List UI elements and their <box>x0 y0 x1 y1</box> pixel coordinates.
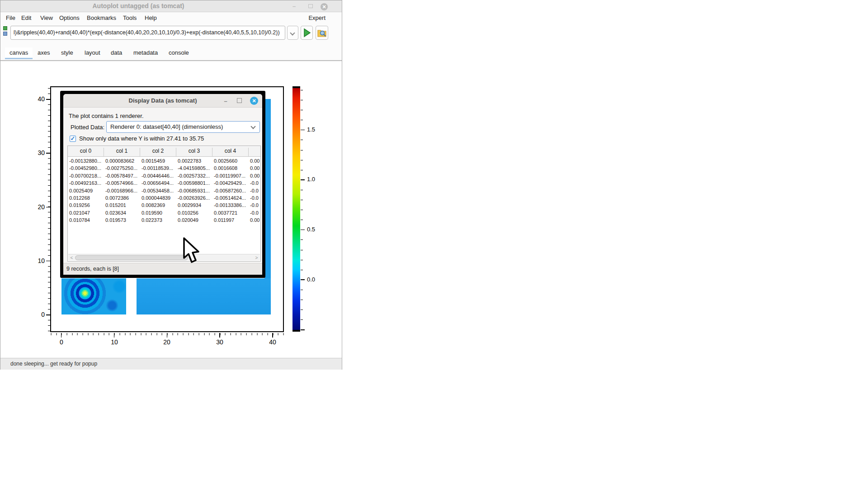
expert-mode-label[interactable]: Expert <box>308 14 326 21</box>
scroll-left-icon[interactable]: < <box>69 255 75 261</box>
colorbar-tick-label: 0.0 <box>307 276 322 283</box>
dialog-minimize-icon[interactable]: – <box>222 98 229 104</box>
filter-checkbox[interactable]: ✓ <box>70 136 76 142</box>
table-row[interactable]: -0.00492163... -0.00574966... -0.0065649… <box>68 179 260 187</box>
cell: 0.00 <box>249 158 260 164</box>
cell: -0.0 <box>249 180 260 186</box>
window-titlebar: Autoplot untagged (as tomcat) – ✕ <box>0 0 342 12</box>
menu-tools[interactable]: Tools <box>123 14 137 21</box>
x-tick-label: 40 <box>264 338 282 346</box>
tab-layout[interactable]: layout <box>80 47 105 58</box>
cell: -0.00492163... <box>68 180 103 186</box>
display-data-dialog: Display Data (as tomcat) – ✕ The plot co… <box>63 94 262 275</box>
window-title: Autoplot untagged (as tomcat) <box>0 2 276 9</box>
table-row[interactable]: 0.010784 0.019573 0.022373 0.020049 0.01… <box>68 216 260 224</box>
column-header[interactable]: col 3 <box>176 148 212 157</box>
column-header[interactable]: col 4 <box>212 148 249 157</box>
window-maximize-icon[interactable] <box>307 3 314 10</box>
cell: 0.0022783 <box>176 158 212 164</box>
cell: 0.0029934 <box>176 202 212 208</box>
menu-view[interactable]: View <box>40 14 53 21</box>
table-row[interactable]: 0.021047 0.023634 0.019590 0.010256 0.00… <box>68 209 260 216</box>
window-minimize-icon[interactable]: – <box>291 3 297 10</box>
plotted-data-select[interactable]: Renderer 0: dataset[40,40] (dimensionles… <box>106 121 260 133</box>
go-plot-button[interactable] <box>301 26 313 40</box>
chevron-down-icon <box>290 30 295 35</box>
cell: 0.019256 <box>68 202 103 208</box>
cell: -0.00257332... <box>176 173 212 178</box>
cell: 0.0016608 <box>212 165 248 171</box>
dialog-status-strip: 9 records, each is [8] <box>63 263 262 275</box>
dialog-maximize-icon[interactable] <box>237 98 242 103</box>
table-row[interactable]: 0.0025409 -0.00168966... -0.00534458... … <box>68 187 260 194</box>
tab-data[interactable]: data <box>106 47 127 58</box>
uri-input[interactable]: l)&ripples(40,40)+rand(40,40)*(exp(-dist… <box>10 26 285 40</box>
cell: -0.0 <box>249 195 260 201</box>
table-row[interactable]: 0.012268 0.0072386 0.000044839 -0.002639… <box>68 194 260 202</box>
menu-options[interactable]: Options <box>59 14 80 21</box>
inspect-uri-button[interactable] <box>316 26 328 40</box>
renderer-info-text: The plot contains 1 renderer. <box>69 113 144 119</box>
uri-dropdown-button[interactable] <box>287 26 298 40</box>
table-row[interactable]: 0.019256 0.015201 0.0082369 0.0029934 -0… <box>68 202 260 209</box>
heatmap-flat-region <box>137 278 271 314</box>
cell: -0.00275250... <box>104 165 139 171</box>
cell: -0.00587260... <box>212 188 248 193</box>
window-close-icon[interactable]: ✕ <box>321 3 328 10</box>
cell: 0.012268 <box>68 195 103 201</box>
x-tick-label: 30 <box>211 338 229 346</box>
menu-bar: File Edit View Options Bookmarks Tools H… <box>0 13 342 23</box>
tab-canvas[interactable]: canvas <box>5 47 33 59</box>
dialog-close-icon[interactable]: ✕ <box>250 97 258 105</box>
tab-metadata[interactable]: metadata <box>129 47 162 58</box>
x-tick-label: 10 <box>105 338 123 346</box>
x-tick-label: 0 <box>52 338 71 346</box>
folder-search-icon <box>316 26 328 39</box>
tab-axes[interactable]: axes <box>33 47 54 58</box>
status-bar: done sleeping... get ready for popup <box>0 358 342 370</box>
cell: -0.00700218... <box>68 173 103 178</box>
dialog-title: Display Data (as tomcat) <box>63 97 262 104</box>
horizontal-scrollbar[interactable]: < > <box>68 254 260 261</box>
menu-help[interactable]: Help <box>145 14 157 21</box>
cell: 0.00 <box>249 217 260 223</box>
tab-style[interactable]: style <box>57 47 78 58</box>
menu-edit[interactable]: Edit <box>21 14 31 21</box>
uri-toolbar: l)&ripples(40,40)+rand(40,40)*(exp(-dist… <box>0 23 342 44</box>
table-row[interactable]: -0.00132880... 0.000083662 0.0015459 0.0… <box>68 157 260 164</box>
plotted-data-label: Plotted Data: <box>71 124 104 131</box>
status-message: done sleeping... get ready for popup <box>10 361 97 367</box>
data-table[interactable]: col 0 col 1 col 2 col 3 col 4 -0.0013288… <box>67 145 261 262</box>
cell: -0.00118539... <box>140 165 175 171</box>
scroll-right-icon[interactable]: > <box>254 255 259 261</box>
cell: -0.00685931... <box>176 188 212 193</box>
x-tick-label: 20 <box>158 338 176 346</box>
scrollbar-thumb[interactable] <box>75 255 188 260</box>
column-header[interactable]: col 2 <box>140 148 176 157</box>
records-info: 9 records, each is [8] <box>66 266 119 272</box>
cell: -0.0 <box>249 188 260 193</box>
column-header[interactable] <box>249 148 261 157</box>
heatmap-ripples-region <box>61 278 126 314</box>
datasource-status-icon <box>3 26 8 36</box>
tab-console[interactable]: console <box>164 47 193 58</box>
chevron-down-icon <box>250 124 255 129</box>
cell: -0.00656494... <box>140 180 175 186</box>
y-tick-label: 40 <box>27 95 45 103</box>
cell: 0.019590 <box>140 210 175 216</box>
menu-file[interactable]: File <box>6 14 15 21</box>
cell: 0.000083662 <box>104 158 139 164</box>
cell: -0.00263926... <box>176 195 212 201</box>
table-row[interactable]: -0.00452980... -0.00275250... -0.0011853… <box>68 164 260 172</box>
cell: -0.00598801... <box>176 180 212 186</box>
menu-bookmarks[interactable]: Bookmarks <box>87 14 116 21</box>
plotted-data-value: Renderer 0: dataset[40,40] (dimensionles… <box>110 123 223 130</box>
cell: -0.00452980... <box>68 165 103 171</box>
y-tick-label: 0 <box>27 311 45 318</box>
column-header[interactable]: col 0 <box>68 148 104 157</box>
colorbar-major-ticks <box>301 86 305 332</box>
column-header[interactable]: col 1 <box>104 148 140 157</box>
table-row[interactable]: -0.00700218... -0.00578497... -0.0044644… <box>68 172 260 179</box>
display-data-dialog-frame: Display Data (as tomcat) – ✕ The plot co… <box>60 91 265 278</box>
cell: 0.0025409 <box>68 188 103 193</box>
